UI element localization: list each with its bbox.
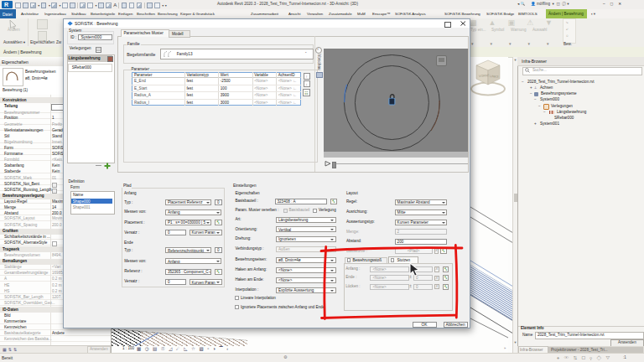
svg-text:LINKS: LINKS bbox=[490, 75, 499, 79]
